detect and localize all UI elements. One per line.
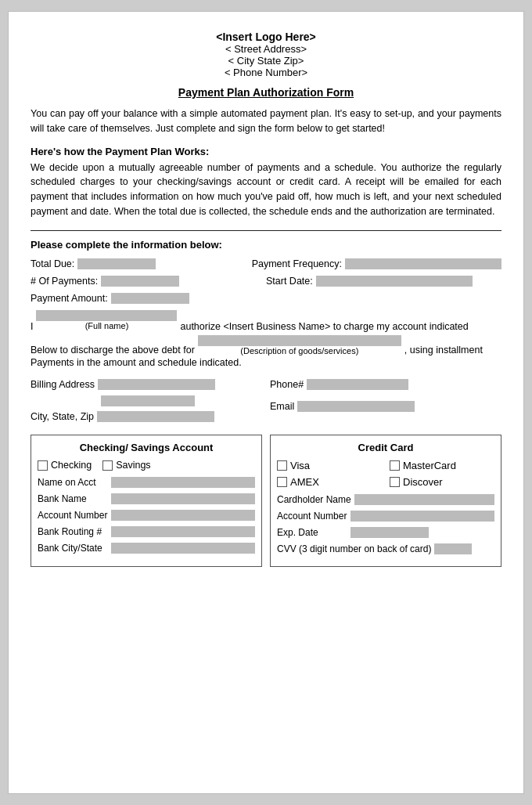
description-input[interactable] <box>198 335 401 346</box>
total-due-row: Total Due: Payment Frequency: <box>31 258 501 269</box>
exp-date-input[interactable] <box>350 527 429 538</box>
checking-checkbox-item[interactable]: Checking <box>38 460 92 471</box>
visa-checkbox[interactable] <box>277 460 287 471</box>
email-label: Email <box>270 401 294 412</box>
bank-name-row: Bank Name <box>38 493 255 504</box>
divider <box>31 230 501 231</box>
form-title: Payment Plan Authorization Form <box>31 86 501 99</box>
checking-savings-title: Checking/ Savings Account <box>38 442 255 453</box>
cvv-input[interactable] <box>434 543 472 554</box>
using-installment-text: , using installment <box>404 345 483 356</box>
checking-label: Checking <box>51 460 92 471</box>
desc-label: (Description of goods/services) <box>240 346 358 356</box>
street-address: < Street Address> <box>31 43 501 55</box>
checking-checkbox[interactable] <box>38 460 48 471</box>
checking-savings-checkboxes: Checking Savings <box>38 460 255 471</box>
name-on-acct-input[interactable] <box>111 477 255 488</box>
exp-date-row: Exp. Date <box>277 527 494 538</box>
amex-checkbox[interactable] <box>277 477 287 487</box>
page: <Insert Logo Here> < Street Address> < C… <box>8 11 524 794</box>
discover-label: Discover <box>403 476 443 488</box>
city-state-zip-label: City, State, Zip <box>31 411 94 422</box>
accounts-section: Checking/ Savings Account Checking Savin… <box>31 435 501 567</box>
credit-card-title: Credit Card <box>277 442 494 453</box>
debt-row: Below to discharge the above debt for (D… <box>31 335 501 356</box>
cardholder-name-label: Cardholder Name <box>277 494 351 505</box>
full-name-label: (Full name) <box>85 321 129 330</box>
account-number-label: Account Number <box>38 510 108 521</box>
billing-left: Billing Address City, State, Zip <box>31 379 262 428</box>
cvv-row: CVV (3 digit number on back of card) <box>277 543 494 554</box>
bank-city-state-input[interactable] <box>111 543 255 554</box>
email-input[interactable] <box>297 401 415 412</box>
total-due-label: Total Due: <box>31 258 74 269</box>
cardholder-name-input[interactable] <box>354 494 494 505</box>
bank-name-input[interactable] <box>111 493 255 504</box>
payment-frequency-label: Payment Frequency: <box>252 258 342 269</box>
intro-text: You can pay off your balance with a simp… <box>31 106 501 136</box>
exp-date-label: Exp. Date <box>277 527 347 538</box>
below-text: Below to discharge the above debt for <box>31 345 195 356</box>
mastercard-label: MasterCard <box>403 460 456 471</box>
credit-card-box: Credit Card Visa MasterCard AMEX Discove… <box>270 435 501 567</box>
payment-frequency-input[interactable] <box>345 258 501 269</box>
num-payments-input[interactable] <box>101 276 179 287</box>
payments-line: Payments in the amount and schedule indi… <box>31 357 501 368</box>
phone-input[interactable] <box>307 379 408 390</box>
account-number-row: Account Number <box>38 510 255 521</box>
full-name-input[interactable] <box>36 310 177 321</box>
savings-checkbox-item[interactable]: Savings <box>102 460 150 471</box>
email-row: Email <box>270 401 501 412</box>
city-state-zip-input[interactable] <box>97 411 214 422</box>
bank-city-state-row: Bank City/State <box>38 543 255 554</box>
total-due-input[interactable] <box>77 258 156 269</box>
amex-checkbox-item[interactable]: AMEX <box>277 476 382 488</box>
billing-right: Phone# Email <box>270 379 501 428</box>
cc-account-number-row: Account Number <box>277 511 494 522</box>
start-date-input[interactable] <box>316 276 473 287</box>
visa-checkbox-item[interactable]: Visa <box>277 460 382 471</box>
authorize-row: I (Full name) authorize <Insert Business… <box>31 310 501 332</box>
complete-heading: Please complete the information below: <box>31 239 501 251</box>
cvv-label: CVV (3 digit number on back of card) <box>277 543 431 554</box>
num-payments-col: # Of Payments: <box>31 276 266 287</box>
city-state-zip: < City State Zip> <box>31 55 501 67</box>
logo-text: <Insert Logo Here> <box>31 31 501 43</box>
num-payments-row: # Of Payments: Start Date: <box>31 276 501 287</box>
start-date-col: Start Date: <box>266 276 501 287</box>
savings-label: Savings <box>116 460 150 471</box>
billing-address-input2[interactable] <box>101 395 195 406</box>
bank-routing-row: Bank Routing # <box>38 526 255 537</box>
bank-city-state-label: Bank City/State <box>38 543 108 554</box>
billing-address-input[interactable] <box>98 379 215 390</box>
city-state-zip-row: City, State, Zip <box>31 411 262 422</box>
payment-amount-row: Payment Amount: <box>31 293 501 304</box>
cc-checkboxes: Visa MasterCard AMEX Discover <box>277 460 494 488</box>
payment-amount-input[interactable] <box>111 293 189 304</box>
name-on-acct-row: Name on Acct <box>38 477 255 488</box>
bank-name-label: Bank Name <box>38 493 108 504</box>
phone-row: Phone# <box>270 379 501 390</box>
mastercard-checkbox-item[interactable]: MasterCard <box>390 460 494 471</box>
start-date-label: Start Date: <box>266 276 313 287</box>
name-on-acct-label: Name on Acct <box>38 477 108 488</box>
total-due-col: Total Due: <box>31 258 252 269</box>
mastercard-checkbox[interactable] <box>390 460 400 471</box>
discover-checkbox-item[interactable]: Discover <box>390 476 494 488</box>
billing-address-label: Billing Address <box>31 379 95 390</box>
account-number-input[interactable] <box>111 510 255 521</box>
how-it-works-heading: Here's how the Payment Plan Works: <box>31 146 501 157</box>
how-it-works-body: We decide upon a mutually agreeable numb… <box>31 161 501 219</box>
cc-account-number-input[interactable] <box>350 511 494 522</box>
billing-section: Billing Address City, State, Zip Phone# … <box>31 379 501 428</box>
savings-checkbox[interactable] <box>102 460 113 471</box>
bank-routing-input[interactable] <box>111 526 255 537</box>
authorize-text-before: I <box>31 321 33 332</box>
cardholder-name-row: Cardholder Name <box>277 494 494 505</box>
amex-label: AMEX <box>290 476 319 488</box>
phone-label: Phone# <box>270 379 304 390</box>
discover-checkbox[interactable] <box>390 477 400 487</box>
cc-account-number-label: Account Number <box>277 511 347 522</box>
num-payments-label: # Of Payments: <box>31 276 98 287</box>
bank-routing-label: Bank Routing # <box>38 526 108 537</box>
